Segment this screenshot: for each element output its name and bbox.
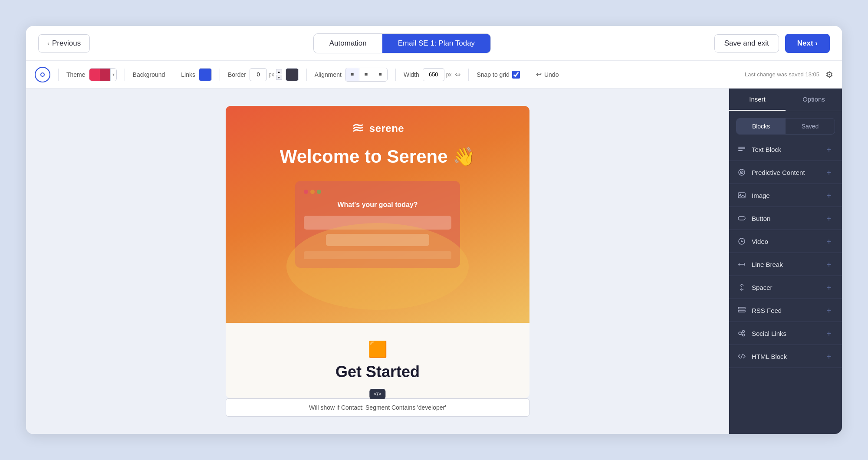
alignment-label: Alignment [315, 71, 342, 78]
block-item-video[interactable]: Video ＋ [729, 230, 842, 253]
links-color-swatch[interactable] [199, 68, 212, 81]
border-input-group: px ▲ ▼ [250, 68, 282, 81]
block-item-button[interactable]: Button ＋ [729, 207, 842, 230]
settings-icon[interactable]: ⚙ [825, 69, 833, 80]
block-item-rss-feed[interactable]: RSS Feed ＋ [729, 299, 842, 322]
block-add-image[interactable]: ＋ [824, 190, 834, 200]
condition-bar[interactable]: Will show if Contact: Segment Contains '… [226, 398, 529, 417]
tab-automation[interactable]: Automation [314, 34, 382, 53]
snap-grid-checkbox[interactable] [512, 71, 520, 79]
next-button[interactable]: Next › [785, 34, 830, 53]
block-add-predictive-content[interactable]: ＋ [824, 167, 834, 177]
tab-insert[interactable]: Insert [729, 89, 786, 111]
last-saved-text[interactable]: Last change was saved 13:05 [745, 71, 819, 78]
divider-7 [468, 69, 469, 81]
block-name-button: Button [752, 215, 824, 222]
align-right-button[interactable]: ≡ [373, 68, 387, 81]
canvas-area[interactable]: serene Welcome to Serene 👋 What's your g… [26, 89, 729, 434]
toolbar-background: Background [133, 71, 165, 78]
svg-point-18 [743, 334, 745, 336]
section-tab-blocks[interactable]: Blocks [736, 118, 786, 134]
align-center-button[interactable]: ≡ [359, 68, 373, 81]
toolbar-snap-grid: Snap to grid [477, 71, 520, 79]
divider-8 [528, 69, 528, 81]
mockup-traffic-lights [304, 190, 451, 194]
block-icon-video [737, 237, 746, 246]
previous-arrow-icon: ‹ [47, 39, 49, 47]
undo-button[interactable]: ↩ Undo [536, 70, 559, 79]
expand-width-icon[interactable]: ⇔ [455, 70, 460, 79]
swatch-red [100, 69, 110, 81]
border-color-swatch[interactable] [286, 68, 299, 81]
condition-text: Will show if Contact: Segment Contains '… [309, 404, 446, 411]
svg-point-7 [740, 194, 741, 195]
block-add-spacer[interactable]: ＋ [824, 282, 834, 292]
block-icon-line-break [737, 260, 746, 269]
block-add-social-links[interactable]: ＋ [824, 328, 834, 338]
svg-rect-14 [738, 307, 745, 309]
links-label: Links [181, 71, 195, 78]
block-item-social-links[interactable]: Social Links ＋ [729, 322, 842, 345]
border-spin-down[interactable]: ▼ [276, 75, 282, 80]
panel-tabs: Insert Options [729, 89, 842, 111]
chevron-down-icon: ▾ [110, 69, 116, 81]
app-container: ‹ Previous Automation Email SE 1: Plan T… [26, 26, 842, 434]
block-name-text-block: Text Block [752, 146, 824, 153]
mockup-title: What's your goal today? [304, 201, 451, 209]
email-canvas: serene Welcome to Serene 👋 What's your g… [226, 106, 529, 417]
block-icon-button [737, 214, 746, 223]
block-add-text-block[interactable]: ＋ [824, 144, 834, 154]
block-item-html-block[interactable]: HTML Block ＋ [729, 345, 842, 368]
block-add-video[interactable]: ＋ [824, 236, 834, 246]
block-icon-image [737, 191, 746, 200]
tab-options[interactable]: Options [786, 89, 842, 111]
section-tab-saved[interactable]: Saved [786, 118, 835, 134]
dot-yellow [310, 190, 315, 194]
block-item-image[interactable]: Image ＋ [729, 184, 842, 207]
previous-button[interactable]: ‹ Previous [38, 34, 90, 53]
border-value-input[interactable] [250, 68, 267, 81]
border-spin-up[interactable]: ▲ [276, 69, 282, 74]
svg-line-20 [741, 334, 743, 335]
top-nav: ‹ Previous Automation Email SE 1: Plan T… [26, 26, 842, 61]
block-name-spacer: Spacer [752, 284, 824, 291]
save-exit-button[interactable]: Save and exit [714, 34, 779, 53]
toolbar: Theme ▾ Background Links Border px ▲ [26, 61, 842, 89]
toolbar-links: Links [181, 68, 212, 81]
svg-point-16 [739, 332, 741, 335]
block-item-line-break[interactable]: Line Break ＋ [729, 253, 842, 276]
snap-grid-label: Snap to grid [477, 71, 510, 78]
email-lower: 🟧 Get Started [226, 323, 529, 398]
block-icon-rss-feed [737, 306, 746, 315]
target-icon[interactable] [35, 67, 50, 82]
block-item-text-block[interactable]: Text Block ＋ [729, 138, 842, 161]
dot-red [304, 190, 308, 194]
get-started-title: Get Started [243, 363, 512, 381]
block-item-predictive-content[interactable]: Predictive Content ＋ [729, 161, 842, 184]
block-name-image: Image [752, 192, 824, 199]
divider-1 [58, 69, 59, 81]
block-add-line-break[interactable]: ＋ [824, 259, 834, 269]
divider-5 [306, 69, 307, 81]
block-add-html-block[interactable]: ＋ [824, 351, 834, 361]
toolbar-width: Width px ⇔ [404, 68, 460, 81]
width-value-input[interactable] [423, 68, 444, 81]
nav-tabs: Automation Email SE 1: Plan Today [313, 33, 491, 53]
block-item-spacer[interactable]: Spacer ＋ [729, 276, 842, 299]
background-label: Background [133, 71, 165, 78]
dot-green [317, 190, 321, 194]
toolbar-right: Last change was saved 13:05 ⚙ [745, 69, 833, 80]
hero-title: Welcome to Serene 👋 [280, 146, 475, 167]
block-section-tabs: Blocks Saved [736, 118, 835, 135]
svg-rect-15 [738, 310, 745, 312]
align-left-button[interactable]: ≡ [345, 68, 359, 81]
width-label: Width [404, 71, 419, 78]
tab-email[interactable]: Email SE 1: Plan Today [382, 34, 490, 53]
theme-swatch[interactable]: ▾ [89, 68, 117, 81]
svg-rect-2 [738, 150, 743, 151]
nav-right: Save and exit Next › [714, 34, 830, 53]
block-add-rss-feed[interactable]: ＋ [824, 305, 834, 315]
logo-icon [351, 122, 365, 135]
block-add-button[interactable]: ＋ [824, 213, 834, 223]
code-badge: </> [369, 389, 385, 399]
